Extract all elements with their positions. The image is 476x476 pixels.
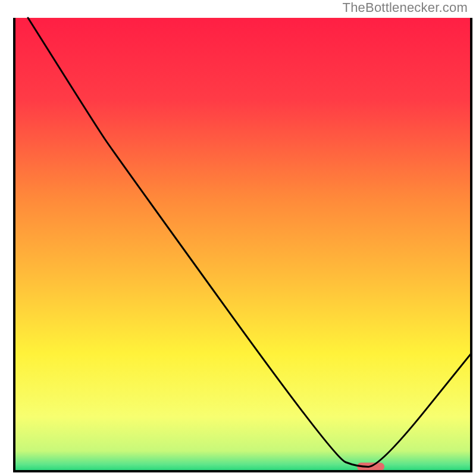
chart-root: TheBottlenecker.com <box>0 0 476 476</box>
plot-area <box>14 18 471 471</box>
watermark-text: TheBottlenecker.com <box>343 0 468 15</box>
bottleneck-chart <box>0 0 476 476</box>
gradient-background <box>14 18 471 471</box>
